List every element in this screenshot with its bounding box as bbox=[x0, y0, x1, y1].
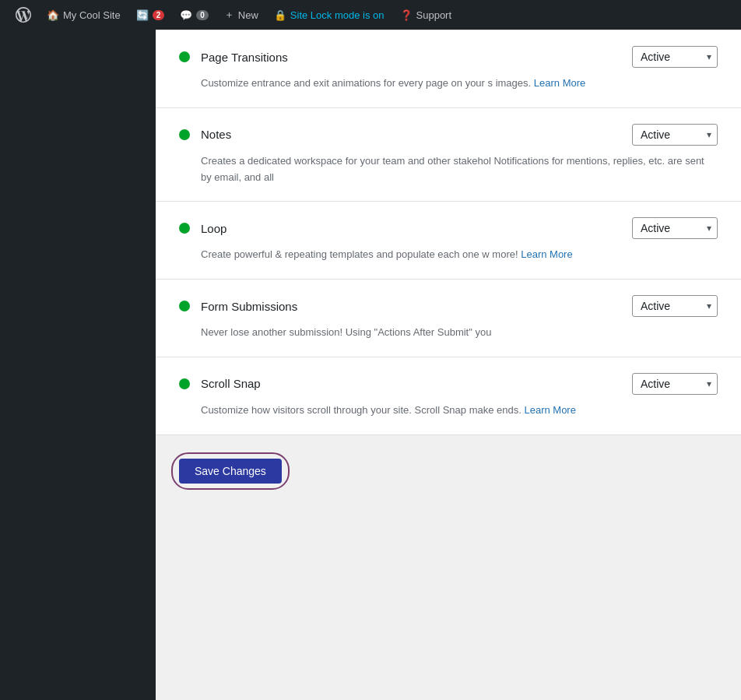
support-link[interactable]: ❓ Support bbox=[392, 0, 460, 30]
feature-row-scroll-snap: Scroll SnapActiveInactive▾Customize how … bbox=[156, 357, 741, 435]
feature-name-scroll-snap: Scroll Snap bbox=[201, 377, 632, 390]
feature-main-line-notes: NotesActiveInactive▾ bbox=[179, 124, 718, 146]
feature-description-loop: Create powerful & repeating templates an… bbox=[201, 247, 718, 263]
feature-description-scroll-snap: Customize how visitors scroll through yo… bbox=[201, 403, 718, 419]
feature-dot-form-submissions bbox=[179, 301, 190, 311]
feature-main-line-scroll-snap: Scroll SnapActiveInactive▾ bbox=[179, 373, 718, 395]
lock-icon: 🔒 bbox=[274, 9, 286, 21]
feature-name-page-transitions: Page Transitions bbox=[201, 51, 632, 64]
save-area: Save Changes bbox=[156, 435, 741, 507]
feature-description-page-transitions: Customize entrance and exit animations f… bbox=[201, 76, 718, 92]
feature-row-notes: NotesActiveInactive▾Creates a dedicated … bbox=[156, 108, 741, 202]
wp-logo-icon bbox=[16, 7, 31, 23]
site-name-link[interactable]: 🏠 My Cool Site bbox=[39, 0, 128, 30]
content-area: Page TransitionsActiveInactive▾Customize… bbox=[156, 30, 741, 507]
feature-description-form-submissions: Never lose another submission! Using "Ac… bbox=[201, 325, 718, 341]
help-icon: ❓ bbox=[400, 9, 413, 21]
wp-logo-link[interactable] bbox=[8, 0, 39, 30]
feature-select-wrapper-scroll-snap: ActiveInactive▾ bbox=[632, 373, 718, 395]
feature-dot-scroll-snap bbox=[179, 378, 190, 389]
home-icon: 🏠 bbox=[47, 9, 59, 21]
feature-select-wrapper-notes: ActiveInactive▾ bbox=[632, 124, 718, 146]
save-button-wrapper: Save Changes bbox=[179, 459, 282, 484]
feature-dot-loop bbox=[179, 223, 190, 234]
feature-select-form-submissions[interactable]: ActiveInactive bbox=[632, 295, 718, 317]
comments-badge: 0 bbox=[196, 10, 209, 20]
feature-name-form-submissions: Form Submissions bbox=[201, 300, 632, 313]
feature-row-loop: LoopActiveInactive▾Create powerful & rep… bbox=[156, 202, 741, 280]
comments-icon: 💬 bbox=[180, 9, 192, 21]
feature-dot-page-transitions bbox=[179, 51, 190, 62]
main-content: Page TransitionsActiveInactive▾Customize… bbox=[156, 30, 741, 700]
sidebar bbox=[0, 30, 156, 700]
feature-row-form-submissions: Form SubmissionsActiveInactive▾Never los… bbox=[156, 280, 741, 357]
feature-name-notes: Notes bbox=[201, 128, 632, 141]
site-lock-link[interactable]: 🔒 Site Lock mode is on bbox=[266, 0, 392, 30]
comments-link[interactable]: 💬 0 bbox=[172, 0, 216, 30]
updates-icon: 🔄 bbox=[136, 9, 149, 21]
feature-learn-more-link-loop[interactable]: Learn More bbox=[521, 248, 572, 260]
feature-select-wrapper-loop: ActiveInactive▾ bbox=[632, 217, 718, 239]
feature-learn-more-link-scroll-snap[interactable]: Learn More bbox=[524, 404, 575, 416]
feature-main-line-loop: LoopActiveInactive▾ bbox=[179, 217, 718, 239]
feature-select-wrapper-form-submissions: ActiveInactive▾ bbox=[632, 295, 718, 317]
site-name-text: My Cool Site bbox=[63, 9, 121, 21]
new-content-link[interactable]: ＋ New bbox=[216, 0, 266, 30]
feature-select-page-transitions[interactable]: ActiveInactive bbox=[632, 46, 718, 68]
plus-icon: ＋ bbox=[224, 8, 234, 22]
feature-select-wrapper-page-transitions: ActiveInactive▾ bbox=[632, 46, 718, 68]
feature-learn-more-link-page-transitions[interactable]: Learn More bbox=[534, 77, 585, 89]
support-label: Support bbox=[416, 9, 452, 21]
new-label: New bbox=[238, 9, 258, 21]
site-lock-text: Site Lock mode is on bbox=[290, 9, 385, 21]
feature-select-scroll-snap[interactable]: ActiveInactive bbox=[632, 373, 718, 395]
feature-description-notes: Creates a dedicated workspace for your t… bbox=[201, 153, 718, 186]
updates-link[interactable]: 🔄 2 bbox=[128, 0, 173, 30]
feature-main-line-page-transitions: Page TransitionsActiveInactive▾ bbox=[179, 46, 718, 68]
feature-row-page-transitions: Page TransitionsActiveInactive▾Customize… bbox=[156, 30, 741, 108]
admin-bar: 🏠 My Cool Site 🔄 2 💬 0 ＋ New 🔒 Site Lock… bbox=[0, 0, 741, 30]
features-container: Page TransitionsActiveInactive▾Customize… bbox=[156, 30, 741, 435]
feature-select-notes[interactable]: ActiveInactive bbox=[632, 124, 718, 146]
feature-select-loop[interactable]: ActiveInactive bbox=[632, 217, 718, 239]
feature-name-loop: Loop bbox=[201, 222, 632, 235]
save-changes-button[interactable]: Save Changes bbox=[179, 459, 282, 484]
feature-dot-notes bbox=[179, 129, 190, 140]
feature-main-line-form-submissions: Form SubmissionsActiveInactive▾ bbox=[179, 295, 718, 317]
updates-badge: 2 bbox=[153, 10, 165, 20]
